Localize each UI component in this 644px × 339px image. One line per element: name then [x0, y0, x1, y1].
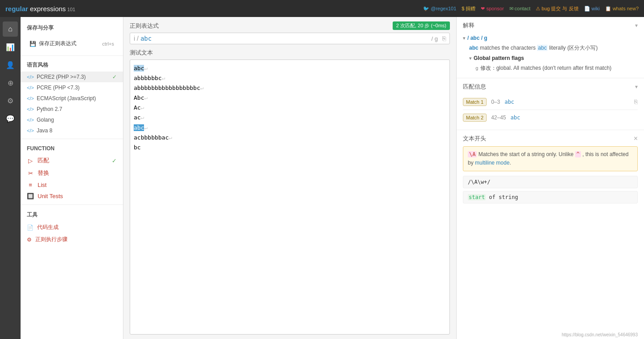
list-icon: ≡ [27, 182, 34, 188]
tool-codegen[interactable]: 📄 代码生成 [21, 221, 123, 233]
sponsor-section: SPONSOR MOOVWEB Jamstack at Scale [21, 335, 123, 339]
lang-ecma[interactable]: </> ECMAScript (JavaScript) [21, 93, 123, 104]
text-start-title: 文本开头 [463, 135, 486, 143]
main-layout: ⌂ 📊 👤 ⊕ ⚙ 💬 保存与分享 💾 保存正则表达式 ctrl+s 语言风格 … [0, 17, 644, 339]
save-icon: 💾 [30, 41, 36, 47]
match-2-range: 42–45 [491, 114, 506, 121]
lang-python-label: Python 2.7 [37, 106, 62, 112]
explanation-header[interactable]: 解释 ▾ [463, 21, 638, 30]
lang-pcre2[interactable]: </> PCRE2 (PHP >=7.3) ✓ [21, 72, 123, 82]
text-start-token: \A [468, 151, 477, 157]
exp-flags-header-line: ▾ Global pattern flags [463, 53, 638, 63]
tool-debugger[interactable]: ⚙ 正则执行步骤 [21, 233, 123, 246]
lang-pcre2-check: ✓ [112, 74, 117, 80]
func-unit-tests[interactable]: 🔲 Unit Tests [21, 191, 123, 202]
tool-codegen-label: 代码生成 [37, 224, 59, 231]
bug-link[interactable]: ⚠ bug 提交 与 反馈 [536, 5, 579, 12]
match-info-header[interactable]: 匹配信息 ▾ [463, 83, 638, 91]
left-panel: 保存与分享 💾 保存正则表达式 ctrl+s 语言风格 </> PCRE2 (P… [21, 17, 123, 339]
tools-section-title: 工具 [21, 208, 123, 221]
match-1-range: 0–3 [491, 99, 500, 105]
lang-golang[interactable]: </> Golang [21, 114, 123, 125]
divider-2 [21, 139, 123, 139]
regex-section-title: 正则表达式 [130, 22, 159, 30]
debugger-icon: ⚙ [27, 237, 32, 243]
save-shortcut: ctrl+s [102, 41, 114, 47]
sidebar-home-button[interactable]: ⌂ [3, 21, 18, 37]
code-icon: </> [27, 128, 34, 133]
text-line-6: ac↵ [134, 113, 446, 123]
text-line-8: acbbbbbbac↵ [134, 133, 446, 143]
text-start-close-button[interactable]: × [634, 135, 638, 143]
replace-icon: ✂ [27, 170, 34, 177]
save-regex-button[interactable]: 💾 保存正则表达式 ctrl+s [27, 38, 117, 49]
text-start-header: 文本开头 × [463, 135, 638, 143]
right-panel: 解释 ▾ ▾ / abc / g abc matches the charact… [456, 17, 644, 339]
match-2-label: Match 2 [463, 114, 487, 122]
regex-delim-right: / g [432, 35, 438, 42]
donate-link[interactable]: $ 捐赠 [462, 5, 475, 12]
text-line-1: abc↵ [134, 64, 446, 73]
match-1-copy-icon[interactable]: ⎘ [634, 98, 638, 105]
exp-path-line: ▾ / abc / g [463, 33, 638, 43]
text-line-5: Ac↵ [134, 103, 446, 113]
func-match-label: 匹配 [38, 157, 49, 165]
wiki-link[interactable]: 📄 wiki [584, 6, 600, 12]
text-line-4: Abc↵ [134, 93, 446, 103]
line-end-1: ↵ [144, 65, 148, 72]
test-text-area[interactable]: abc↵ abbbbbbc↵ abbbbbbbbbbbbbbbbbc↵ Abc↵… [130, 59, 450, 335]
sidebar-share-button[interactable]: ⊕ [3, 75, 18, 90]
lang-golang-label: Golang [37, 117, 54, 123]
regex-input[interactable] [140, 35, 428, 42]
match-info-chevron: ▾ [635, 84, 638, 90]
match-info-title: 匹配信息 [463, 83, 486, 91]
sidebar-user-button[interactable]: 👤 [3, 57, 18, 72]
save-section: 💾 保存正则表达式 ctrl+s [21, 34, 123, 53]
explanation-section: 解释 ▾ ▾ / abc / g abc matches the charact… [457, 17, 644, 78]
func-replace[interactable]: ✂ 替换 [21, 167, 123, 179]
sidebar-comment-button[interactable]: 💬 [3, 111, 18, 126]
text-line-3: abbbbbbbbbbbbbbbbbc↵ [134, 83, 446, 93]
tools-section: 工具 📄 代码生成 ⚙ 正则执行步骤 [21, 208, 123, 246]
lang-ecma-label: ECMAScript (JavaScript) [37, 95, 96, 102]
lang-python[interactable]: </> Python 2.7 [21, 104, 123, 114]
icon-sidebar: ⌂ 📊 👤 ⊕ ⚙ 💬 [0, 17, 21, 339]
explanation-title: 解释 [463, 21, 475, 30]
whatsnew-link[interactable]: 📋 whats new? [605, 6, 639, 12]
top-navigation: regular expressions 101 🐦 @regex101 $ 捐赠… [0, 0, 644, 17]
test-section: 测试文本 abc↵ abbbbbbc↵ abbbbbbbbbbbbbbbbbc↵… [123, 44, 456, 339]
test-title-bar: 测试文本 [130, 49, 450, 57]
match-highlight-1: abc [134, 65, 144, 72]
logo-num: 101 [66, 7, 75, 12]
func-list[interactable]: ≡ List [21, 179, 123, 191]
copy-regex-button[interactable]: ⎘ [442, 35, 446, 42]
regex-title-bar: 正则表达式 2 次匹配, 20 步 (~0ms) [130, 21, 450, 30]
lang-pcre-label: PCRE (PHP <7.3) [37, 85, 80, 91]
sidebar-chart-button[interactable]: 📊 [3, 39, 18, 55]
exp-flag-g-line: g 修改：global. All matches (don't return a… [463, 63, 638, 73]
multiline-link[interactable]: multiline mode [475, 160, 509, 166]
lang-java[interactable]: </> Java 8 [21, 125, 123, 136]
center-panel: 正则表达式 2 次匹配, 20 步 (~0ms) i / / g ⎘ 测试文本 … [123, 17, 456, 339]
language-section-title: 语言风格 [21, 59, 123, 72]
bottom-url: https://blog.csdn.net/weixin_54646993 [457, 331, 644, 339]
save-regex-label: 保存正则表达式 [39, 40, 76, 47]
code-example-1: /\A\w+/ [463, 176, 638, 188]
func-unit-tests-label: Unit Tests [38, 193, 63, 199]
match-info-section: 匹配信息 ▾ Match 1 0–3 abc ⎘ Match 2 42–45 a… [457, 78, 644, 130]
match-info-content: Match 1 0–3 abc ⎘ Match 2 42–45 abc [463, 94, 638, 125]
twitter-link[interactable]: 🐦 @regex101 [423, 6, 456, 12]
lang-pcre2-label: PCRE2 (PHP >=7.3) [37, 74, 86, 80]
match-1-value: abc [504, 99, 514, 105]
sidebar-settings-button[interactable]: ⚙ [3, 93, 18, 108]
lang-pcre[interactable]: </> PCRE (PHP <7.3) [21, 82, 123, 93]
contact-link[interactable]: ✉ contact [509, 6, 530, 12]
func-match[interactable]: ▷ 匹配 ✓ [21, 154, 123, 167]
sponsor-link[interactable]: ❤ sponsor [481, 6, 504, 12]
divider-3 [21, 204, 123, 205]
code-icon: </> [27, 106, 34, 112]
test-section-title: 测试文本 [130, 49, 153, 57]
nav-links: 🐦 @regex101 $ 捐赠 ❤ sponsor ✉ contact ⚠ b… [423, 5, 639, 12]
text-start-section: 文本开头 × \A Matches the start of a string … [457, 130, 644, 331]
func-list-label: List [38, 182, 47, 188]
